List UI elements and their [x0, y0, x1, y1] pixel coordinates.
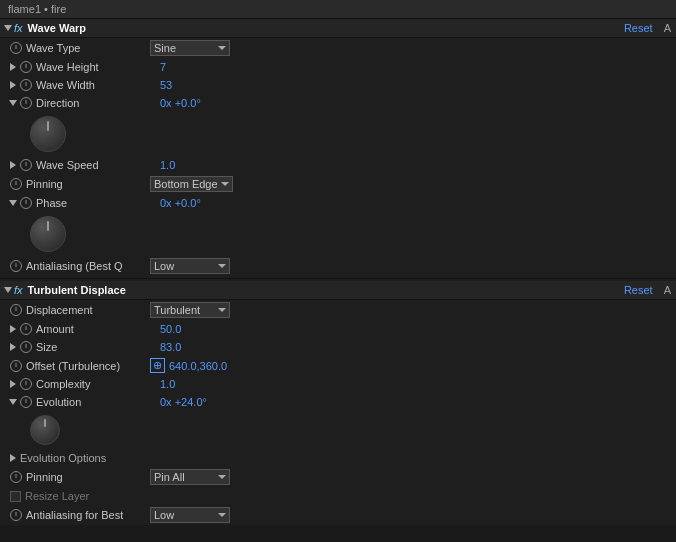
size-stopwatch-icon[interactable]: [20, 341, 32, 353]
displacement-stopwatch-icon[interactable]: [10, 304, 22, 316]
turbulent-pinning-value: Pin All: [154, 471, 185, 483]
turbulent-displace-reset-button[interactable]: Reset: [624, 284, 653, 296]
displacement-dropdown[interactable]: Turbulent: [150, 302, 230, 318]
wave-width-row: Wave Width 53: [0, 76, 676, 94]
evolution-label: Evolution: [36, 396, 156, 408]
offset-crosshair-icon[interactable]: ⊕: [150, 358, 165, 373]
direction-expand-icon[interactable]: [9, 100, 17, 106]
evolution-stopwatch-icon[interactable]: [20, 396, 32, 408]
wave-pinning-stopwatch-icon[interactable]: [10, 178, 22, 190]
wave-warp-header[interactable]: fx Wave Warp Reset A: [0, 19, 676, 38]
size-row: Size 83.0: [0, 338, 676, 356]
direction-value[interactable]: 0x +0.0°: [160, 97, 671, 109]
wave-height-label: Wave Height: [36, 61, 156, 73]
wave-width-label: Wave Width: [36, 79, 156, 91]
amount-label: Amount: [36, 323, 156, 335]
wave-warp-title: Wave Warp: [28, 22, 621, 34]
title-text: flame1 • fire: [8, 3, 66, 15]
turbulent-displace-fx-label: fx: [14, 284, 23, 296]
displacement-label: Displacement: [26, 304, 146, 316]
wave-height-row: Wave Height 7: [0, 58, 676, 76]
wave-pinning-dropdown-arrow: [221, 182, 229, 186]
direction-knob[interactable]: [30, 116, 66, 152]
amount-stopwatch-icon[interactable]: [20, 323, 32, 335]
wave-warp-a-label: A: [664, 22, 671, 34]
antialiasing-best-row: Antialiasing for Best Low: [0, 505, 676, 525]
wave-type-dropdown[interactable]: Sine: [150, 40, 230, 56]
antialiasing-best-value: Low: [154, 509, 174, 521]
wave-height-value[interactable]: 7: [160, 61, 671, 73]
turbulent-pinning-dropdown-arrow: [218, 475, 226, 479]
wave-type-stopwatch-icon[interactable]: [10, 42, 22, 54]
evolution-row: Evolution 0x +24.0°: [0, 393, 676, 411]
offset-stopwatch-icon[interactable]: [10, 360, 22, 372]
evolution-expand-icon[interactable]: [9, 399, 17, 405]
direction-row: Direction 0x +0.0°: [0, 94, 676, 112]
effects-panel: fx Wave Warp Reset A Wave Type Sine Wave…: [0, 19, 676, 525]
size-label: Size: [36, 341, 156, 353]
wave-warp-fx-label: fx: [14, 22, 23, 34]
wave-pinning-dropdown[interactable]: Bottom Edge: [150, 176, 233, 192]
antialiasing-value: Low: [154, 260, 174, 272]
wave-warp-collapse-icon[interactable]: [4, 25, 12, 31]
wave-type-label: Wave Type: [26, 42, 146, 54]
evolution-knob[interactable]: [30, 415, 60, 445]
antialiasing-stopwatch-icon[interactable]: [10, 260, 22, 272]
evolution-value[interactable]: 0x +24.0°: [160, 396, 671, 408]
wave-width-stopwatch-icon[interactable]: [20, 79, 32, 91]
antialiasing-best-dropdown-arrow: [218, 513, 226, 517]
wave-warp-reset-button[interactable]: Reset: [624, 22, 653, 34]
antialiasing-dropdown-arrow: [218, 264, 226, 268]
direction-knob-row: [0, 112, 676, 156]
phase-row: Phase 0x +0.0°: [0, 194, 676, 212]
resize-layer-label: Resize Layer: [25, 490, 145, 502]
complexity-row: Complexity 1.0: [0, 375, 676, 393]
turbulent-pinning-row: Pinning Pin All: [0, 467, 676, 487]
size-value[interactable]: 83.0: [160, 341, 671, 353]
resize-layer-row: Resize Layer: [0, 487, 676, 505]
amount-value[interactable]: 50.0: [160, 323, 671, 335]
complexity-expand-icon[interactable]: [10, 380, 16, 388]
displacement-dropdown-arrow: [218, 308, 226, 312]
evolution-options-label: Evolution Options: [20, 452, 140, 464]
direction-stopwatch-icon[interactable]: [20, 97, 32, 109]
wave-height-stopwatch-icon[interactable]: [20, 61, 32, 73]
resize-layer-checkbox[interactable]: [10, 491, 21, 502]
phase-label: Phase: [36, 197, 156, 209]
direction-label: Direction: [36, 97, 156, 109]
title-bar: flame1 • fire: [0, 0, 676, 19]
wave-width-value[interactable]: 53: [160, 79, 671, 91]
wave-type-value: Sine: [154, 42, 176, 54]
wave-width-expand-icon[interactable]: [10, 81, 16, 89]
turbulent-displace-collapse-icon[interactable]: [4, 287, 12, 293]
amount-expand-icon[interactable]: [10, 325, 16, 333]
antialiasing-row: Antialiasing (Best Q Low: [0, 256, 676, 276]
phase-knob-row: [0, 212, 676, 256]
wave-height-expand-icon[interactable]: [10, 63, 16, 71]
wave-pinning-value: Bottom Edge: [154, 178, 218, 190]
wave-type-row: Wave Type Sine: [0, 38, 676, 58]
size-expand-icon[interactable]: [10, 343, 16, 351]
phase-value[interactable]: 0x +0.0°: [160, 197, 671, 209]
displacement-value: Turbulent: [154, 304, 200, 316]
antialiasing-best-stopwatch-icon[interactable]: [10, 509, 22, 521]
offset-value[interactable]: 640.0,360.0: [169, 360, 671, 372]
turbulent-pinning-dropdown[interactable]: Pin All: [150, 469, 230, 485]
wave-speed-stopwatch-icon[interactable]: [20, 159, 32, 171]
wave-speed-expand-icon[interactable]: [10, 161, 16, 169]
phase-knob[interactable]: [30, 216, 66, 252]
turbulent-pinning-stopwatch-icon[interactable]: [10, 471, 22, 483]
phase-stopwatch-icon[interactable]: [20, 197, 32, 209]
wave-speed-value[interactable]: 1.0: [160, 159, 671, 171]
antialiasing-best-label: Antialiasing for Best: [26, 509, 146, 521]
phase-expand-icon[interactable]: [9, 200, 17, 206]
turbulent-displace-a-label: A: [664, 284, 671, 296]
evolution-options-expand-icon[interactable]: [10, 454, 16, 462]
antialiasing-best-dropdown[interactable]: Low: [150, 507, 230, 523]
antialiasing-dropdown[interactable]: Low: [150, 258, 230, 274]
complexity-stopwatch-icon[interactable]: [20, 378, 32, 390]
turbulent-displace-header[interactable]: fx Turbulent Displace Reset A: [0, 281, 676, 300]
evolution-options-row: Evolution Options: [0, 449, 676, 467]
complexity-value[interactable]: 1.0: [160, 378, 671, 390]
wave-speed-label: Wave Speed: [36, 159, 156, 171]
